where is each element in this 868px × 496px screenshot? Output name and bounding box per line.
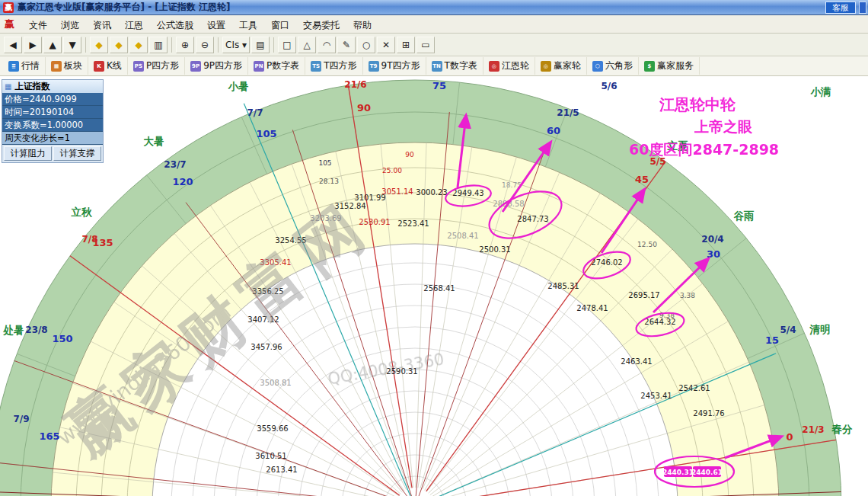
function-label: 9T四方形 bbox=[381, 59, 420, 72]
function-button-赢家服务[interactable]: $赢家服务 bbox=[639, 57, 700, 75]
menu-item-浏览[interactable]: 浏览 bbox=[54, 17, 86, 34]
solar-term-label: 小满 bbox=[810, 85, 831, 98]
tool-button[interactable]: ⊞ bbox=[397, 37, 415, 53]
tool-button[interactable]: ▶ bbox=[24, 37, 42, 53]
index-title-row: ▦ 上证指数 bbox=[2, 80, 103, 93]
wheel-number: 2491.76 bbox=[693, 409, 724, 418]
tool-button[interactable]: ✕ bbox=[377, 37, 395, 53]
function-button-P数字表[interactable]: PNP数字表 bbox=[248, 57, 305, 75]
app-logo-icon: 赢 bbox=[3, 2, 14, 13]
function-button-T四方形[interactable]: TST四方形 bbox=[305, 57, 362, 75]
date-label: 5/5 bbox=[649, 156, 665, 167]
degree-label: 75 bbox=[432, 80, 446, 91]
function-label: 9P四方形 bbox=[203, 59, 242, 72]
function-icon: TS bbox=[311, 61, 321, 72]
solar-term-label: 立夏 bbox=[667, 139, 689, 152]
function-icon: TN bbox=[432, 61, 442, 72]
date-label: 23/8 bbox=[25, 325, 47, 335]
index-info-panel: ▦ 上证指数 价格=2440.9099 时间=20190104 变换系数=1.0… bbox=[2, 79, 104, 163]
menu-bar: 赢 文件浏览资讯江恩公式选股设置工具窗口交易委托帮助 bbox=[0, 15, 868, 34]
grid-icon: ▦ bbox=[5, 82, 11, 91]
function-label: 江恩轮 bbox=[502, 59, 529, 72]
menu-item-交易委托[interactable]: 交易委托 bbox=[296, 17, 346, 34]
tool-button[interactable]: ◀ bbox=[4, 37, 22, 53]
wheel-number: 2508.41 bbox=[447, 232, 478, 240]
tool-button[interactable]: ▥ bbox=[149, 37, 168, 53]
function-icon: K bbox=[94, 61, 104, 72]
tool-button[interactable]: CIs ▾ bbox=[222, 37, 250, 53]
tool-button[interactable]: ◆ bbox=[90, 37, 108, 53]
menu-item-江恩[interactable]: 江恩 bbox=[118, 17, 150, 34]
function-label: 板块 bbox=[64, 59, 82, 72]
tool-button[interactable]: ▼ bbox=[63, 37, 81, 53]
wheel-number: 2613.41 bbox=[266, 466, 297, 474]
degree-label: 105 bbox=[256, 128, 276, 139]
tool-button[interactable]: ▤ bbox=[251, 37, 270, 53]
tool-button[interactable]: ◆ bbox=[129, 37, 148, 53]
tool-button[interactable]: ▭ bbox=[416, 37, 435, 53]
wheel-number: 2478.41 bbox=[576, 304, 608, 312]
wheel-number: 2523.41 bbox=[397, 219, 429, 228]
wheel-number: 2847.73 bbox=[517, 215, 548, 223]
function-button-六角形[interactable]: ⬡六角形 bbox=[587, 57, 639, 75]
tool-button[interactable]: ◆ bbox=[110, 37, 128, 53]
menu-item-工具[interactable]: 工具 bbox=[232, 17, 264, 34]
gann-wheel-canvas[interactable]: 3051.143000.232949.432898.582847.732746.… bbox=[0, 76, 868, 496]
tool-button[interactable]: ⊕ bbox=[176, 37, 194, 53]
function-icon: PS bbox=[133, 61, 144, 72]
solar-term-label: 处暑 bbox=[3, 324, 24, 336]
wheel-number: 2463.41 bbox=[621, 357, 652, 366]
function-label: T数字表 bbox=[445, 59, 477, 72]
function-label: K线 bbox=[107, 59, 122, 72]
menu-item-窗口[interactable]: 窗口 bbox=[264, 17, 296, 34]
menu-item-设置[interactable]: 设置 bbox=[200, 17, 232, 34]
function-button-T数字表[interactable]: TNT数字表 bbox=[426, 57, 483, 75]
function-icon: ◎ bbox=[541, 61, 551, 72]
function-label: T四方形 bbox=[324, 59, 356, 72]
function-button-行情[interactable]: ≣行情 bbox=[3, 57, 46, 75]
tool-button[interactable]: ▲ bbox=[43, 37, 62, 53]
function-button-K线[interactable]: KK线 bbox=[88, 57, 128, 75]
wheel-number: 2542.61 bbox=[678, 384, 710, 392]
solar-term-label: 春分 bbox=[831, 423, 854, 435]
wheel-number: 2949.43 bbox=[452, 189, 483, 197]
index-name: 上证指数 bbox=[14, 81, 49, 92]
solar-term-label: 小暑 bbox=[228, 80, 249, 92]
solar-term-label: 谷雨 bbox=[733, 210, 755, 222]
tool-button[interactable]: ○ bbox=[357, 37, 375, 53]
function-label: 赢家轮 bbox=[554, 59, 581, 72]
function-button-赢家轮[interactable]: ◎赢家轮 bbox=[535, 57, 587, 75]
function-label: P四方形 bbox=[146, 59, 179, 72]
tool-button[interactable]: ✎ bbox=[337, 37, 356, 53]
date-label: 7/8 bbox=[81, 234, 97, 245]
function-button-9P四方形[interactable]: 9P9P四方形 bbox=[185, 57, 248, 75]
customer-service-button[interactable]: 客服 bbox=[825, 2, 856, 14]
window-title: 赢家江恩专业版[赢家服务平台] - [上证指数 江恩轮] bbox=[18, 1, 230, 14]
menu-item-帮助[interactable]: 帮助 bbox=[346, 17, 378, 34]
wheel-number: 3000.23 bbox=[416, 188, 447, 197]
menu-item-文件[interactable]: 文件 bbox=[22, 17, 54, 34]
date-label: 5/6 bbox=[601, 81, 617, 91]
wheel-number: 2746.02 bbox=[591, 258, 622, 267]
calc-support-button[interactable]: 计算支撑 bbox=[53, 146, 101, 161]
wheel-number: 2568.41 bbox=[423, 284, 455, 293]
menu-item-资讯[interactable]: 资讯 bbox=[86, 17, 118, 34]
date-label: 20/4 bbox=[701, 234, 723, 245]
function-button-9T四方形[interactable]: T99T四方形 bbox=[363, 57, 426, 75]
date-label: 23/7 bbox=[164, 159, 186, 170]
menu-item-公式选股[interactable]: 公式选股 bbox=[150, 17, 200, 34]
wheel-number: 25.00 bbox=[382, 167, 402, 174]
function-button-板块[interactable]: ▦板块 bbox=[46, 57, 88, 75]
tool-button[interactable]: ⊖ bbox=[196, 37, 214, 53]
step-row: 周天变化步长=1 bbox=[2, 132, 103, 145]
tool-button[interactable]: ◠ bbox=[318, 37, 336, 53]
function-button-江恩轮[interactable]: ◎江恩轮 bbox=[483, 57, 535, 75]
tool-button[interactable]: △ bbox=[298, 37, 316, 53]
drawing-toolbar: ◀▶▲▼◆◆◆▥⊕⊖CIs ▾▤□△◠✎○✕⊞▭ bbox=[0, 34, 868, 56]
calc-resistance-button[interactable]: 计算阻力 bbox=[4, 146, 52, 161]
wheel-number: 90 bbox=[405, 151, 414, 158]
function-button-P四方形[interactable]: PSP四方形 bbox=[128, 57, 185, 75]
window-control-button[interactable] bbox=[859, 2, 866, 14]
tool-button[interactable]: □ bbox=[278, 37, 296, 53]
date-label: 21/3 bbox=[802, 424, 824, 435]
